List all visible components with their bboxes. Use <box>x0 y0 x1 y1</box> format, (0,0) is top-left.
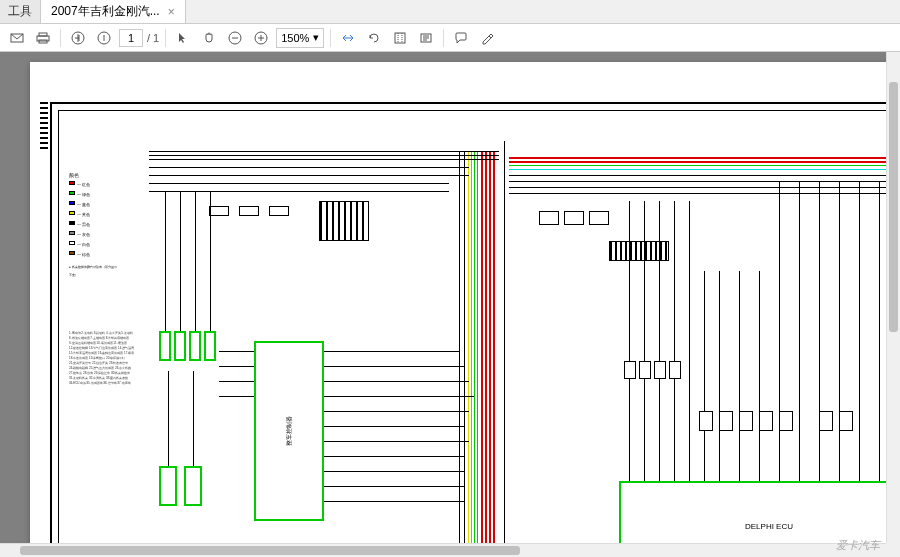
wire <box>659 201 660 481</box>
highlight-icon[interactable] <box>476 27 498 49</box>
separator <box>330 29 331 47</box>
sensor-block <box>624 361 636 379</box>
next-page-icon[interactable] <box>93 27 115 49</box>
document-tab[interactable]: 2007年吉利金刚汽... × <box>41 0 186 23</box>
relay-block <box>239 206 259 216</box>
wire <box>509 193 886 194</box>
relay-block <box>539 211 559 225</box>
wire <box>195 191 196 331</box>
document-viewport[interactable]: 颜色 一 红色一 绿色一 蓝色一 黄色一 黑色一 灰色一 白色一 棕色 ● 线束… <box>0 52 886 543</box>
wire <box>629 201 630 481</box>
wire <box>509 157 886 159</box>
wire <box>324 381 469 382</box>
legend-row: 一 灰色 <box>69 231 119 239</box>
hand-tool-icon[interactable] <box>198 27 220 49</box>
sensor-block <box>739 411 753 431</box>
zoom-select[interactable]: 150% ▾ <box>276 28 324 48</box>
wire <box>168 371 169 466</box>
pointer-tool-icon[interactable] <box>172 27 194 49</box>
wire <box>879 181 880 481</box>
border-grid-marks <box>40 102 50 149</box>
wire <box>859 181 860 481</box>
fit-width-icon[interactable] <box>337 27 359 49</box>
zoom-in-icon[interactable] <box>250 27 272 49</box>
sensor-block <box>839 411 853 431</box>
connector-block <box>319 201 369 241</box>
rotate-icon[interactable] <box>363 27 385 49</box>
ecu-label: DELPHI ECU <box>745 522 793 531</box>
wire <box>193 371 194 466</box>
wire <box>474 151 475 543</box>
wire <box>219 396 254 397</box>
wire <box>481 151 483 543</box>
wire <box>477 151 478 543</box>
drawing-inner-frame: 颜色 一 红色一 绿色一 蓝色一 黄色一 黑色一 灰色一 白色一 棕色 ● 线束… <box>58 110 886 543</box>
scrollbar-corner <box>886 543 900 557</box>
wire <box>149 175 469 176</box>
vertical-scrollbar-thumb[interactable] <box>889 82 898 332</box>
sensor-block <box>654 361 666 379</box>
wire <box>219 366 254 367</box>
wire <box>819 181 820 481</box>
ecu-block-left: 整车控制器 <box>254 341 324 521</box>
wire <box>165 191 166 331</box>
sensor-block <box>699 411 713 431</box>
wire <box>739 271 740 481</box>
legend-row: 一 蓝色 <box>69 201 119 209</box>
legend-row: 一 棕色 <box>69 251 119 259</box>
wire <box>759 271 760 481</box>
connector-block <box>609 241 669 261</box>
ecu-label: 整车控制器 <box>285 416 294 446</box>
wire <box>219 381 254 382</box>
wire <box>149 151 499 152</box>
svg-rect-8 <box>395 33 405 43</box>
legend-row: 一 红色 <box>69 181 119 189</box>
wire <box>324 351 459 352</box>
zoom-out-icon[interactable] <box>224 27 246 49</box>
ecu-block-right: DELPHI ECU <box>619 481 886 543</box>
print-icon[interactable] <box>32 27 54 49</box>
wire <box>324 441 469 442</box>
separator <box>165 29 166 47</box>
horizontal-scrollbar[interactable] <box>0 543 886 557</box>
sensor-block <box>779 411 793 431</box>
wire <box>509 175 886 176</box>
wire <box>149 155 499 156</box>
wire <box>489 151 491 543</box>
wire <box>324 396 474 397</box>
vertical-scrollbar[interactable] <box>886 52 900 543</box>
component-description-list: 1.蓄电池 2.发电机 3.起动机 4.点火开关 5.发动机6.燃油泵继电器 7… <box>69 331 139 386</box>
wire <box>324 411 469 412</box>
prev-page-icon[interactable] <box>67 27 89 49</box>
tools-menu-tab[interactable]: 工具 <box>0 0 41 23</box>
component-block <box>174 331 186 361</box>
wire <box>509 169 886 170</box>
horizontal-scrollbar-thumb[interactable] <box>20 546 520 555</box>
wire <box>149 159 499 160</box>
page-number-input[interactable] <box>119 29 143 47</box>
tab-title: 2007年吉利金刚汽... <box>51 3 160 20</box>
comment-icon[interactable] <box>450 27 472 49</box>
toolbar: / 1 150% ▾ <box>0 24 900 52</box>
sensor-block <box>639 361 651 379</box>
read-mode-icon[interactable] <box>415 27 437 49</box>
wire <box>493 151 495 543</box>
legend-row: 一 黑色 <box>69 221 119 229</box>
separator <box>60 29 61 47</box>
email-icon[interactable] <box>6 27 28 49</box>
wire <box>799 181 800 481</box>
wire <box>149 183 449 184</box>
relay-block <box>589 211 609 225</box>
wire <box>459 151 460 543</box>
close-tab-icon[interactable]: × <box>168 5 175 19</box>
wire <box>719 271 720 481</box>
fullscreen-icon[interactable] <box>389 27 411 49</box>
description-line: 34.ECU电源 35.传感器地 36.信号地 37.功率地 <box>69 381 139 386</box>
chevron-down-icon: ▾ <box>313 31 319 44</box>
drawing-frame: 颜色 一 红色一 绿色一 蓝色一 黄色一 黑色一 灰色一 白色一 棕色 ● 线束… <box>50 102 886 543</box>
zoom-value: 150% <box>281 32 309 44</box>
wire <box>324 501 464 502</box>
wire <box>644 201 645 481</box>
wire <box>509 181 886 182</box>
wire <box>485 151 487 543</box>
